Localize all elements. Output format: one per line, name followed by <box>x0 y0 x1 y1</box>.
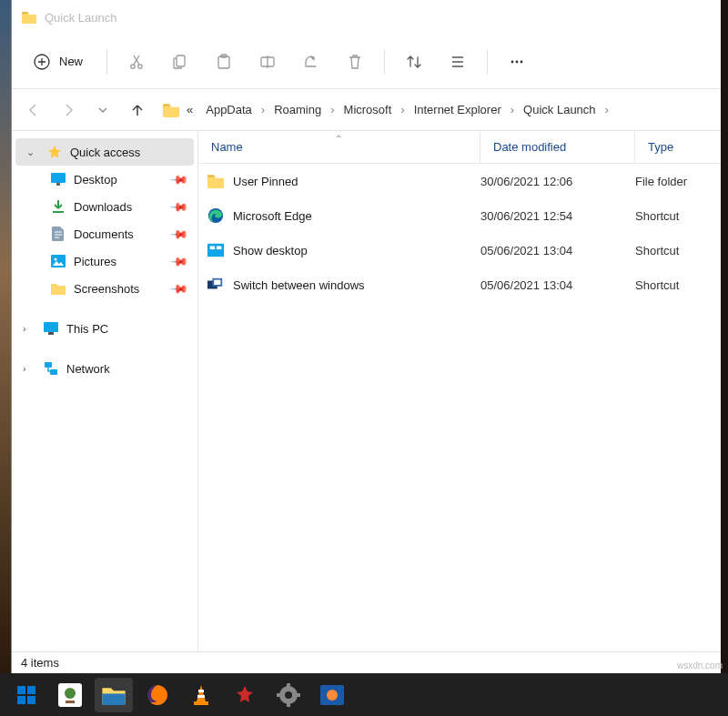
separator <box>487 49 488 75</box>
arrow-up-icon <box>130 103 145 117</box>
file-row[interactable]: User Pinned 30/06/2021 12:06 File folder <box>198 164 721 198</box>
view-button[interactable] <box>438 44 478 80</box>
pin-icon: 📌 <box>169 278 189 298</box>
share-icon <box>303 54 319 70</box>
breadcrumb-overflow[interactable]: « <box>181 99 198 120</box>
file-row[interactable]: Switch between windows 05/06/2021 13:04 … <box>198 267 721 302</box>
paste-button[interactable] <box>204 44 244 80</box>
column-type[interactable]: Type <box>635 131 721 163</box>
nav-documents[interactable]: Documents 📌 <box>12 220 197 247</box>
plus-circle-icon <box>34 54 50 70</box>
nav-this-pc[interactable]: › This PC <box>12 315 197 342</box>
svg-rect-17 <box>50 369 57 375</box>
rename-icon <box>259 54 276 70</box>
nav-label: Documents <box>74 227 134 241</box>
up-button[interactable] <box>123 96 152 125</box>
nav-label: Pictures <box>74 255 116 268</box>
forward-button[interactable] <box>54 96 83 125</box>
app-icon <box>234 684 256 706</box>
new-button[interactable]: New <box>19 44 97 80</box>
nav-network[interactable]: › Network <box>12 355 197 382</box>
file-type: Shortcut <box>635 209 721 223</box>
svg-point-7 <box>511 60 514 63</box>
breadcrumb-item[interactable]: Roaming <box>268 99 327 120</box>
svg-rect-11 <box>56 183 60 186</box>
paste-icon <box>216 54 232 70</box>
folder-icon <box>50 280 66 297</box>
chevron-right-icon: › <box>399 103 406 116</box>
chevron-right-icon: › <box>509 103 516 116</box>
separator <box>106 49 107 75</box>
start-button[interactable] <box>7 678 46 712</box>
status-bar: 4 items <box>12 651 721 673</box>
more-button[interactable] <box>497 44 537 80</box>
file-date: 30/06/2021 12:06 <box>480 175 635 188</box>
svg-rect-19 <box>207 244 224 257</box>
svg-point-1 <box>131 64 135 67</box>
rename-button[interactable] <box>248 44 288 80</box>
nav-downloads[interactable]: Downloads 📌 <box>12 193 197 220</box>
chevron-down-icon <box>97 105 108 116</box>
taskbar-vlc[interactable] <box>182 678 220 712</box>
recent-button[interactable] <box>88 96 117 125</box>
svg-rect-40 <box>287 702 290 707</box>
gear-icon <box>277 683 300 707</box>
show-desktop-icon <box>207 242 224 258</box>
breadcrumb-item[interactable]: Microsoft <box>339 99 398 120</box>
chevron-right-icon: › <box>603 103 611 116</box>
taskbar-settings[interactable] <box>269 678 308 712</box>
taskbar-explorer[interactable] <box>95 678 133 712</box>
taskbar-app[interactable] <box>226 678 264 712</box>
titlebar[interactable]: Quick Launch <box>12 0 721 35</box>
svg-rect-20 <box>210 247 215 250</box>
file-list[interactable]: Name ⌃ Date modified Type User Pinned 30… <box>198 131 721 651</box>
taskbar-firefox[interactable] <box>138 678 177 712</box>
column-date[interactable]: Date modified <box>480 131 635 163</box>
file-date: 05/06/2021 13:04 <box>480 244 635 257</box>
nav-desktop[interactable]: Desktop 📌 <box>12 166 197 193</box>
nav-pictures[interactable]: Pictures 📌 <box>12 247 197 275</box>
breadcrumb-item[interactable]: Quick Launch <box>518 99 602 120</box>
copy-icon <box>172 54 188 70</box>
taskbar-app[interactable] <box>313 678 351 712</box>
pin-icon: 📌 <box>169 197 189 217</box>
firefox-icon <box>146 683 169 707</box>
breadcrumb[interactable]: « AppData › Roaming › Microsoft › Intern… <box>157 95 713 126</box>
svg-rect-42 <box>296 693 300 697</box>
svg-rect-32 <box>102 693 125 705</box>
file-date: 05/06/2021 13:04 <box>480 278 635 292</box>
item-count: 4 items <box>21 656 59 670</box>
nav-quick-access[interactable]: ⌄ Quick access <box>15 138 194 166</box>
svg-rect-27 <box>17 696 25 704</box>
sort-button[interactable] <box>394 44 434 80</box>
delete-button[interactable] <box>335 44 375 80</box>
taskbar[interactable] <box>0 673 728 716</box>
explorer-window: Quick Launch New « AppData › Roaming › <box>11 0 721 673</box>
folder-icon <box>163 102 179 118</box>
file-name: User Pinned <box>233 175 298 188</box>
file-name: Show desktop <box>233 244 308 257</box>
command-bar: New <box>12 35 721 89</box>
svg-point-44 <box>327 690 338 701</box>
share-button[interactable] <box>291 44 331 80</box>
sort-indicator-icon: ⌃ <box>335 134 342 144</box>
arrow-right-icon <box>61 103 76 117</box>
nav-screenshots[interactable]: Screenshots 📌 <box>12 275 197 302</box>
navigation-pane[interactable]: ⌄ Quick access Desktop 📌 Downloads 📌 Doc… <box>12 131 198 651</box>
copy-button[interactable] <box>160 44 200 80</box>
file-row[interactable]: Show desktop 05/06/2021 13:04 Shortcut <box>198 233 721 267</box>
file-name: Microsoft Edge <box>233 209 312 223</box>
document-icon <box>50 226 66 242</box>
svg-point-30 <box>65 688 76 699</box>
taskbar-app[interactable] <box>51 678 89 712</box>
desktop-icon <box>50 171 66 187</box>
breadcrumb-item[interactable]: AppData <box>200 99 258 120</box>
breadcrumb-item[interactable]: Internet Explorer <box>409 99 507 120</box>
svg-rect-24 <box>214 280 220 285</box>
file-row[interactable]: Microsoft Edge 30/06/2021 12:54 Shortcut <box>198 198 721 233</box>
spacer <box>12 302 197 315</box>
file-name: Switch between windows <box>233 278 365 292</box>
back-button[interactable] <box>19 96 48 125</box>
explorer-icon <box>102 685 126 705</box>
cut-button[interactable] <box>116 44 157 80</box>
